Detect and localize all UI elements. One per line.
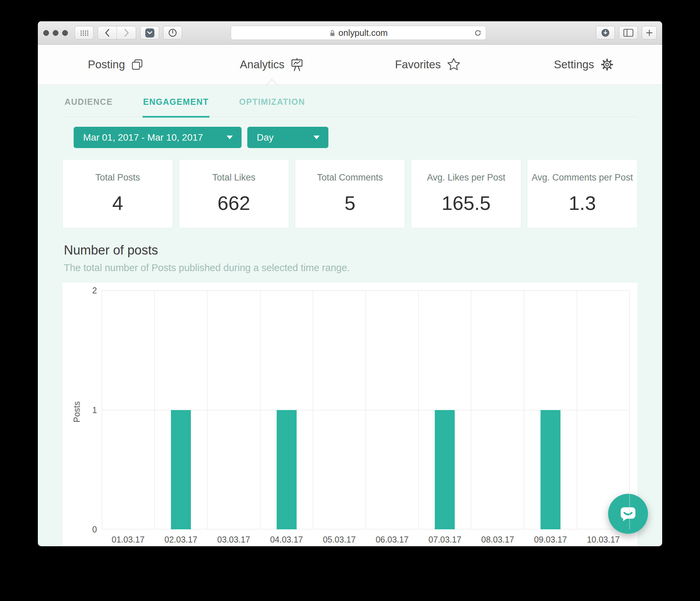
posts-bar-chart: Posts 012 01.03.1702.03.1703.03.1704.03.… <box>62 283 638 546</box>
stat-value: 5 <box>298 192 402 214</box>
section-title: Number of posts <box>64 243 662 258</box>
chart-column <box>366 290 419 529</box>
stat-card-total-posts: Total Posts 4 <box>62 159 173 228</box>
pocket-icon <box>145 28 154 38</box>
stat-label: Avg. Comments per Post <box>530 172 634 183</box>
forward-chevron-icon <box>123 28 130 38</box>
forward-button[interactable] <box>117 26 136 39</box>
close-window-button[interactable] <box>43 30 49 36</box>
chart-column <box>577 290 630 529</box>
chart-plot: 012 <box>102 290 630 529</box>
chart-column <box>102 290 155 529</box>
stat-card-total-comments: Total Comments 5 <box>295 159 405 228</box>
nav-item-settings[interactable]: Settings <box>506 57 662 72</box>
chart-bar <box>435 410 455 530</box>
chart-y-tick-label: 2 <box>84 286 97 295</box>
downloads-button[interactable] <box>596 26 615 40</box>
download-icon <box>601 28 610 38</box>
stat-card-avg-likes: Avg. Likes per Post 165.5 <box>411 159 521 228</box>
chart-x-tick-label: 04.03.17 <box>260 535 313 545</box>
history-nav <box>98 26 136 40</box>
section-subtitle: The total number of Posts published duri… <box>64 262 662 273</box>
stat-card-avg-comments: Avg. Comments per Post 1.3 <box>527 159 638 228</box>
extension-icon <box>168 28 177 38</box>
chart-x-tick-label: 06.03.17 <box>366 535 418 545</box>
plus-icon <box>646 29 653 36</box>
nav-item-analytics[interactable]: Analytics <box>194 57 350 72</box>
tab-grid-icon <box>80 30 89 36</box>
chart-column <box>207 290 260 529</box>
chart-section-header: Number of posts The total number of Post… <box>64 243 662 273</box>
back-chevron-icon <box>104 28 111 38</box>
stats-row: Total Posts 4 Total Likes 662 Total Comm… <box>62 159 638 228</box>
analytics-presentation-icon <box>290 57 304 72</box>
stat-label: Total Comments <box>298 172 402 183</box>
browser-toolbar: onlypult.com <box>38 21 662 45</box>
pocket-extension-button[interactable] <box>140 26 159 40</box>
lock-icon <box>329 29 335 37</box>
chart-x-tick-label: 10.03.17 <box>577 535 630 545</box>
chart-column <box>471 290 524 529</box>
url-text: onlypult.com <box>339 28 388 38</box>
chart-column <box>260 290 313 529</box>
tab-engagement[interactable]: ENGAGEMENT <box>143 85 209 118</box>
chart-y-axis-label: Posts <box>72 399 82 426</box>
favorites-star-icon <box>446 57 461 72</box>
nav-item-favorites[interactable]: Favorites <box>350 57 506 72</box>
chart-x-tick-label: 02.03.17 <box>154 535 207 545</box>
zoom-window-button[interactable] <box>62 30 68 36</box>
active-section-caret <box>266 79 278 85</box>
chart-column <box>155 290 207 529</box>
stat-value: 662 <box>182 192 286 214</box>
settings-gear-icon <box>600 57 615 72</box>
tab-optimization[interactable]: OPTIMIZATION <box>239 85 306 117</box>
analytics-tabs: AUDIENCE ENGAGEMENT OPTIMIZATION <box>64 85 636 117</box>
filter-bar: Mar 01, 2017 - Mar 10, 2017 Day <box>74 127 662 148</box>
chevron-down-icon <box>227 136 233 139</box>
chart-bar <box>171 410 191 530</box>
nav-settings-label: Settings <box>554 58 594 71</box>
stat-value: 4 <box>66 192 170 214</box>
extension-button[interactable] <box>163 26 182 40</box>
back-button[interactable] <box>98 26 117 39</box>
chart-x-labels: 01.03.1702.03.1703.03.1704.03.1705.03.17… <box>102 535 630 546</box>
granularity-dropdown[interactable]: Day <box>247 127 328 148</box>
chart-bar <box>541 410 560 530</box>
chart-column <box>313 290 366 529</box>
stat-value: 1.3 <box>530 192 634 214</box>
granularity-value: Day <box>257 132 274 143</box>
reload-button[interactable] <box>473 28 482 40</box>
posting-copy-icon <box>130 58 144 71</box>
address-bar[interactable]: onlypult.com <box>231 26 486 40</box>
chart-y-tick-label: 1 <box>84 405 97 415</box>
nav-posting-label: Posting <box>88 58 125 71</box>
browser-window: onlypult.com <box>38 21 662 546</box>
chart-x-tick-label: 01.03.17 <box>102 535 154 545</box>
analytics-page: AUDIENCE ENGAGEMENT OPTIMIZATION Mar 01,… <box>38 85 662 546</box>
stat-label: Total Likes <box>182 172 286 183</box>
stat-value: 165.5 <box>414 192 518 214</box>
stat-card-total-likes: Total Likes 662 <box>179 159 289 228</box>
tab-audience[interactable]: AUDIENCE <box>64 85 114 117</box>
refresh-icon <box>473 28 482 38</box>
minimize-window-button[interactable] <box>53 30 58 36</box>
nav-item-posting[interactable]: Posting <box>38 58 194 71</box>
chart-x-tick-label: 08.03.17 <box>471 535 524 545</box>
date-range-value: Mar 01, 2017 - Mar 10, 2017 <box>83 132 203 143</box>
chart-column <box>524 290 577 529</box>
chart-x-tick-label: 05.03.17 <box>313 535 366 545</box>
nav-favorites-label: Favorites <box>395 58 441 71</box>
chart-bar <box>277 410 297 530</box>
stat-label: Avg. Likes per Post <box>414 172 518 183</box>
chart-y-tick-label: 0 <box>84 525 97 534</box>
sidebar-icon <box>623 29 633 37</box>
date-range-dropdown[interactable]: Mar 01, 2017 - Mar 10, 2017 <box>74 127 242 148</box>
chevron-down-icon <box>314 136 320 139</box>
nav-analytics-label: Analytics <box>240 58 284 71</box>
tab-overview-button[interactable] <box>75 26 94 40</box>
app-navigation: Posting Analytics Favorites Settings <box>38 45 662 85</box>
window-controls <box>43 30 68 36</box>
chart-column <box>419 290 471 529</box>
sidebar-toggle-button[interactable] <box>619 26 638 40</box>
new-tab-button[interactable] <box>642 26 657 40</box>
